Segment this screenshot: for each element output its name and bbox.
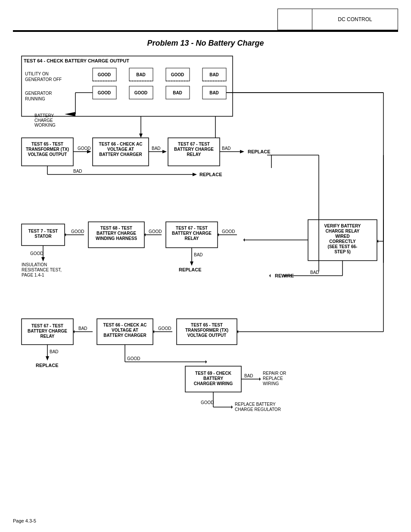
- svg-text:TEST 66 - CHECK AC: TEST 66 - CHECK AC: [103, 323, 147, 327]
- header-left-cell: [278, 9, 312, 30]
- svg-text:GOOD: GOOD: [98, 72, 111, 77]
- svg-text:GOOD: GOOD: [134, 90, 148, 95]
- svg-text:BAD: BAD: [222, 146, 231, 151]
- svg-text:RELAY: RELAY: [187, 152, 201, 157]
- svg-text:RELAY: RELAY: [40, 334, 55, 339]
- svg-text:BAD: BAD: [209, 72, 219, 77]
- svg-text:CHARGER WIRING: CHARGER WIRING: [194, 381, 233, 386]
- svg-marker-151: [259, 377, 261, 381]
- svg-marker-33: [139, 134, 143, 138]
- svg-text:BAD: BAD: [194, 252, 203, 257]
- svg-text:TEST 67 - TEST: TEST 67 - TEST: [176, 226, 208, 230]
- svg-text:BATTERY CHARGE: BATTERY CHARGE: [97, 231, 136, 236]
- svg-text:BATTERY: BATTERY: [34, 113, 54, 118]
- page-number: Page 4.3-5: [13, 518, 36, 523]
- svg-text:BATTERY: BATTERY: [203, 376, 223, 381]
- svg-text:GOOD: GOOD: [158, 326, 171, 331]
- svg-text:TEST 69 - CHECK: TEST 69 - CHECK: [195, 371, 232, 376]
- svg-text:GENERATOR: GENERATOR: [25, 91, 52, 96]
- svg-text:TEST 66 - CHECK AC: TEST 66 - CHECK AC: [99, 142, 143, 146]
- svg-text:CHARGE RELAY: CHARGE RELAY: [325, 229, 359, 233]
- svg-marker-28: [65, 112, 75, 116]
- svg-text:GOOD: GOOD: [78, 146, 91, 151]
- svg-marker-144: [206, 360, 207, 364]
- svg-text:VOLTAGE OUTPUT: VOLTAGE OUTPUT: [28, 152, 67, 157]
- svg-text:BATTERY CHARGE: BATTERY CHARGE: [28, 329, 67, 333]
- svg-text:BAD: BAD: [136, 72, 146, 77]
- svg-marker-140: [46, 356, 49, 361]
- svg-text:WIRED: WIRED: [335, 234, 349, 239]
- svg-text:CHARGE: CHARGE: [34, 118, 53, 123]
- page-title: Problem 13 - No Battery Charge: [0, 39, 411, 48]
- svg-text:TEST 68 - TEST: TEST 68 - TEST: [100, 226, 132, 230]
- svg-text:REPLACE: REPLACE: [36, 363, 59, 368]
- svg-text:GOOD: GOOD: [71, 229, 84, 234]
- svg-text:GOOD: GOOD: [98, 90, 111, 95]
- svg-text:CHARGE REGULATOR: CHARGE REGULATOR: [235, 407, 281, 412]
- svg-text:GOOD: GOOD: [171, 72, 184, 77]
- svg-text:RESISTANCE TEST,: RESISTANCE TEST,: [22, 268, 62, 272]
- svg-text:BATTERY CHARGER: BATTERY CHARGER: [99, 152, 142, 157]
- svg-text:BAD: BAD: [310, 270, 319, 275]
- svg-text:VOLTAGE OUTPUT: VOLTAGE OUTPUT: [187, 333, 227, 338]
- svg-text:TEST 67 - TEST: TEST 67 - TEST: [178, 142, 210, 146]
- svg-text:REPLACE: REPLACE: [199, 172, 222, 177]
- svg-text:BAD: BAD: [73, 169, 82, 174]
- svg-text:BAD: BAD: [209, 90, 219, 95]
- svg-marker-48: [162, 150, 167, 153]
- svg-text:RUNNING: RUNNING: [25, 96, 45, 101]
- svg-text:REPLACE BATTERY: REPLACE BATTERY: [235, 402, 276, 407]
- svg-marker-95: [243, 238, 245, 242]
- svg-text:GOOD: GOOD: [149, 229, 162, 234]
- svg-marker-64: [193, 173, 197, 176]
- svg-text:TRANSFORMER (TX): TRANSFORMER (TX): [26, 147, 69, 152]
- svg-text:WIRING: WIRING: [263, 381, 279, 386]
- svg-text:TEST 65 - TEST: TEST 65 - TEST: [191, 323, 223, 327]
- svg-marker-158: [231, 405, 233, 409]
- svg-text:BATTERY CHARGE: BATTERY CHARGE: [172, 231, 212, 236]
- svg-text:TEST 7 - TEST: TEST 7 - TEST: [28, 229, 58, 233]
- svg-marker-116: [269, 274, 271, 277]
- page-container: DC CONTROL Problem 13 - No Battery Charg…: [0, 0, 411, 532]
- svg-text:GOOD: GOOD: [127, 356, 140, 361]
- svg-marker-105: [41, 257, 45, 261]
- svg-text:BAD: BAD: [244, 373, 253, 378]
- header-bar: [13, 30, 398, 32]
- header: DC CONTROL: [277, 9, 398, 30]
- svg-text:TEST 65 - TEST: TEST 65 - TEST: [31, 142, 63, 146]
- svg-text:BAD: BAD: [50, 349, 59, 354]
- diagram: TEST 64 - CHECK BATTERY CHARGE OUTPUT UT…: [9, 52, 402, 509]
- svg-text:REPLACE: REPLACE: [248, 149, 271, 154]
- svg-text:GOOD: GOOD: [201, 400, 214, 405]
- svg-text:VOLTAGE AT: VOLTAGE AT: [107, 147, 134, 152]
- header-dc-control: DC CONTROL: [312, 9, 398, 30]
- svg-text:REWIRE: REWIRE: [275, 273, 294, 278]
- svg-text:WINDING HARNESS: WINDING HARNESS: [96, 236, 137, 241]
- svg-text:(SEE TEST 66-: (SEE TEST 66-: [328, 244, 358, 249]
- svg-text:VERIFY BATTERY: VERIFY BATTERY: [324, 224, 361, 228]
- svg-text:TEST 67 - TEST: TEST 67 - TEST: [31, 324, 63, 328]
- svg-text:BAD: BAD: [78, 326, 87, 331]
- svg-text:GOOD: GOOD: [30, 251, 44, 256]
- svg-text:WORKING: WORKING: [34, 123, 56, 128]
- svg-text:BAD: BAD: [173, 90, 182, 95]
- svg-text:GOOD: GOOD: [222, 229, 235, 234]
- svg-marker-102: [190, 261, 193, 266]
- svg-text:INSULATION: INSULATION: [22, 262, 47, 267]
- svg-text:RELAY: RELAY: [185, 236, 199, 241]
- svg-text:CORRECTLY: CORRECTLY: [329, 239, 356, 244]
- svg-text:UTILITY ON: UTILITY ON: [25, 72, 49, 76]
- svg-text:GENERATOR OFF: GENERATOR OFF: [25, 77, 62, 82]
- svg-text:PAGE 1.4-1: PAGE 1.4-1: [22, 273, 44, 277]
- svg-text:TRANSFORMER (TX): TRANSFORMER (TX): [185, 328, 228, 333]
- svg-marker-56: [240, 150, 244, 153]
- svg-rect-0: [22, 56, 233, 116]
- svg-text:STEP 5): STEP 5): [334, 249, 351, 254]
- svg-text:REPLACE: REPLACE: [263, 376, 283, 381]
- svg-text:BAD: BAD: [152, 146, 161, 151]
- svg-text:REPAIR OR: REPAIR OR: [263, 371, 286, 376]
- svg-text:BATTERY CHARGER: BATTERY CHARGER: [103, 333, 146, 338]
- svg-text:TEST 64 - CHECK BATTERY CHARGE: TEST 64 - CHECK BATTERY CHARGE OUTPUT: [24, 58, 129, 63]
- svg-text:BATTERY CHARGE: BATTERY CHARGE: [174, 147, 214, 152]
- svg-text:STATOR: STATOR: [34, 234, 52, 239]
